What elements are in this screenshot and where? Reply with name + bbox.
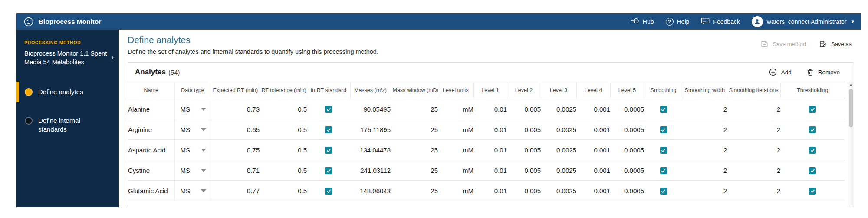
sidebar-item-define-analytes[interactable]: Define analytes <box>16 84 119 100</box>
cell-level4[interactable]: 0.001 <box>576 99 610 119</box>
cell-mass-window[interactable]: 25 <box>391 181 438 201</box>
cell-expected-rt[interactable]: 0.71 <box>211 160 260 181</box>
cell-level3[interactable]: 0.0025 <box>541 140 576 160</box>
cell-rt-tolerance[interactable]: 0.5 <box>260 181 307 201</box>
cell-data-type[interactable]: MS <box>174 99 211 119</box>
cell-rt-tolerance[interactable]: 0.5 <box>260 119 307 140</box>
cell-level5[interactable]: 0.0005 <box>610 99 644 119</box>
cell-level3[interactable]: 0.0025 <box>541 181 576 201</box>
cell-mass-window[interactable]: 25 <box>391 140 438 160</box>
cell-thresholding[interactable] <box>780 140 845 160</box>
sidebar-item-define-internal-standards[interactable]: Define internal standards <box>16 113 119 138</box>
cell-thresholding[interactable] <box>780 119 845 140</box>
cell-level5[interactable]: 0.0005 <box>610 160 644 181</box>
cell-level2[interactable]: 0.005 <box>507 140 541 160</box>
cell-in-rt-standard[interactable] <box>307 181 350 201</box>
cell-smoothing[interactable] <box>644 140 683 160</box>
cell-level2[interactable]: 0.005 <box>507 119 541 140</box>
scrollbar-thumb[interactable] <box>849 89 853 127</box>
processing-method-selector[interactable]: Bioprocess Monitor 1.1 Spent Media 54 Me… <box>24 49 114 67</box>
data-type-dropdown[interactable]: MS <box>175 126 211 133</box>
cell-mass-window[interactable]: 25 <box>391 160 438 181</box>
cell-level4[interactable]: 0.001 <box>576 181 610 201</box>
cell-name[interactable]: Alanine <box>128 99 174 119</box>
cell-smoothing-iterations[interactable]: 2 <box>727 140 780 160</box>
cell-smoothing-width[interactable]: 2 <box>683 160 727 181</box>
cell-level1[interactable]: 0.01 <box>473 140 507 160</box>
checkbox-in-rt-standard[interactable] <box>325 167 332 174</box>
cell-thresholding[interactable] <box>780 160 845 181</box>
hub-button[interactable]: Hub <box>631 17 654 26</box>
cell-level4[interactable]: 0.001 <box>576 119 610 140</box>
cell-name[interactable]: Cystine <box>128 160 174 181</box>
cell-level3[interactable]: 0.0025 <box>541 119 576 140</box>
cell-level1[interactable]: 0.01 <box>473 119 507 140</box>
cell-in-rt-standard[interactable] <box>307 160 350 181</box>
data-type-dropdown[interactable]: MS <box>175 167 211 174</box>
cell-level-units[interactable]: mM <box>438 160 473 181</box>
cell-level-units[interactable]: mM <box>438 140 473 160</box>
cell-level2[interactable]: 0.005 <box>507 181 541 201</box>
cell-level4[interactable]: 0.001 <box>576 140 610 160</box>
cell-smoothing[interactable] <box>644 160 683 181</box>
data-type-dropdown[interactable]: MS <box>175 187 211 195</box>
cell-name[interactable]: Aspartic Acid <box>128 140 174 160</box>
cell-level1[interactable]: 0.01 <box>473 99 507 119</box>
checkbox-smoothing[interactable] <box>660 106 667 113</box>
cell-mass-window[interactable]: 25 <box>391 99 438 119</box>
cell-level5[interactable]: 0.0005 <box>610 140 644 160</box>
checkbox-thresholding[interactable] <box>809 106 816 113</box>
cell-level2[interactable]: 0.005 <box>507 99 541 119</box>
checkbox-thresholding[interactable] <box>809 188 816 195</box>
checkbox-smoothing[interactable] <box>660 188 667 195</box>
cell-expected-rt[interactable]: 0.73 <box>211 99 260 119</box>
cell-in-rt-standard[interactable] <box>307 119 350 140</box>
cell-rt-tolerance[interactable]: 0.5 <box>260 140 307 160</box>
scroll-up-icon[interactable]: ▲ <box>848 82 854 88</box>
remove-button[interactable]: Remove <box>806 68 840 76</box>
cell-level5[interactable]: 0.0005 <box>610 119 644 140</box>
cell-rt-tolerance[interactable]: 0.5 <box>260 99 307 119</box>
cell-level3[interactable]: 0.0025 <box>541 160 576 181</box>
cell-level1[interactable]: 0.01 <box>473 181 507 201</box>
save-method-button[interactable]: Save method <box>760 40 806 48</box>
cell-smoothing-iterations[interactable]: 2 <box>727 99 780 119</box>
cell-level5[interactable]: 0.0005 <box>610 181 644 201</box>
checkbox-smoothing[interactable] <box>660 147 667 154</box>
cell-smoothing-width[interactable]: 2 <box>683 99 727 119</box>
cell-level3[interactable]: 0.0025 <box>541 99 576 119</box>
cell-smoothing-iterations[interactable]: 2 <box>727 181 780 201</box>
cell-smoothing[interactable] <box>644 99 683 119</box>
help-button[interactable]: ? Help <box>666 18 690 26</box>
checkbox-in-rt-standard[interactable] <box>325 106 332 113</box>
checkbox-thresholding[interactable] <box>809 147 816 154</box>
cell-smoothing-iterations[interactable]: 2 <box>727 160 780 181</box>
data-type-dropdown[interactable]: MS <box>175 106 211 113</box>
checkbox-in-rt-standard[interactable] <box>325 188 332 195</box>
cell-level4[interactable]: 0.001 <box>576 160 610 181</box>
checkbox-in-rt-standard[interactable] <box>325 126 332 133</box>
cell-masses[interactable]: 134.04478 <box>350 140 391 160</box>
cell-smoothing-width[interactable]: 2 <box>683 140 727 160</box>
checkbox-in-rt-standard[interactable] <box>325 147 332 154</box>
cell-thresholding[interactable] <box>780 99 845 119</box>
cell-level1[interactable]: 0.01 <box>473 160 507 181</box>
cell-smoothing[interactable] <box>644 119 683 140</box>
cell-expected-rt[interactable]: 0.77 <box>211 181 260 201</box>
cell-name[interactable]: Glutamic Acid <box>128 181 174 201</box>
cell-level-units[interactable]: mM <box>438 119 473 140</box>
cell-level-units[interactable]: mM <box>438 181 473 201</box>
cell-expected-rt[interactable]: 0.75 <box>211 140 260 160</box>
cell-smoothing-width[interactable]: 2 <box>683 181 727 201</box>
checkbox-smoothing[interactable] <box>660 167 667 174</box>
cell-smoothing-width[interactable]: 2 <box>683 119 727 140</box>
checkbox-thresholding[interactable] <box>809 126 816 133</box>
cell-expected-rt[interactable]: 0.65 <box>211 119 260 140</box>
cell-name[interactable]: Arginine <box>128 119 174 140</box>
checkbox-thresholding[interactable] <box>809 167 816 174</box>
cell-masses[interactable]: 148.06043 <box>350 181 391 201</box>
vertical-scrollbar[interactable]: ▲ <box>848 82 854 207</box>
user-menu[interactable]: waters_connect Administrator ▾ <box>752 16 854 27</box>
cell-smoothing[interactable] <box>644 181 683 201</box>
data-type-dropdown[interactable]: MS <box>175 146 211 154</box>
